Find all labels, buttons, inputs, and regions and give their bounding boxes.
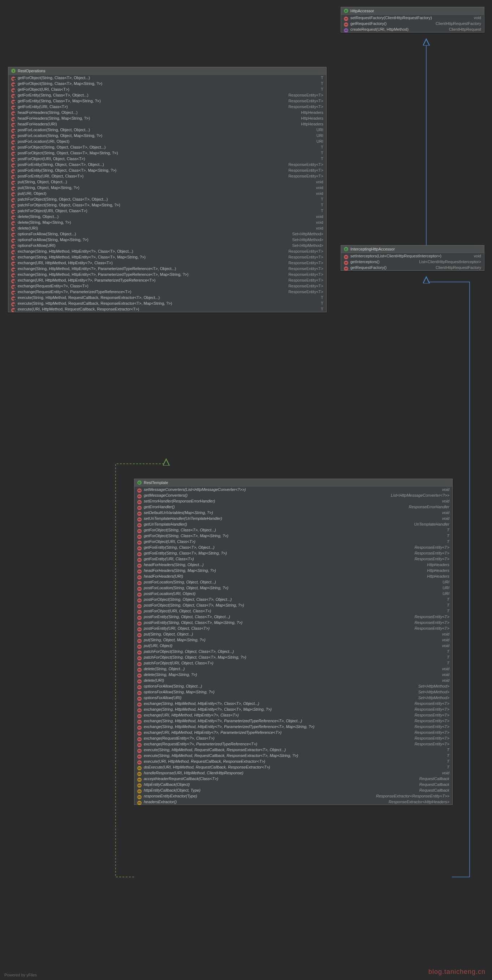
method-row[interactable]: mheadForHeaders(URI)HttpHeaders: [134, 573, 452, 579]
method-row[interactable]: mapatchForObject(String, Object, Class<T…: [8, 196, 326, 202]
method-row[interactable]: mdoExecute(URI, HttpMethod, RequestCallb…: [134, 764, 452, 770]
method-row[interactable]: madelete(String, Map<String, ?>)void: [8, 220, 326, 225]
method-row[interactable]: mheadForHeaders(String, Map<String, ?>)H…: [134, 568, 452, 573]
method-row[interactable]: mapostForObject(String, Object, Class<T>…: [8, 144, 326, 150]
method-row[interactable]: maexchange(RequestEntity<?>, Class<T>)Re…: [8, 283, 326, 289]
class-rest-template[interactable]: CRestTemplatemsetMessageConverters(List<…: [134, 479, 452, 805]
method-row[interactable]: mpostForObject(String, Object, Class<T>,…: [134, 597, 452, 602]
method-row[interactable]: mgetForObject(String, Class<T>, Object..…: [134, 527, 452, 533]
method-row[interactable]: msetErrorHandler(ResponseErrorHandler)vo…: [134, 498, 452, 504]
method-row[interactable]: maexchange(URI, HttpMethod, HttpEntity<?…: [8, 260, 326, 266]
method-row[interactable]: mapostForEntity(URI, Object, Class<T>)Re…: [8, 173, 326, 179]
method-row[interactable]: mhttpEntityCallback(Object)RequestCallba…: [134, 781, 452, 788]
method-row[interactable]: msetUriTemplateHandler(UriTemplateHandle…: [134, 515, 452, 521]
method-row[interactable]: mgetRequestFactory()ClientHttpRequestFac…: [341, 265, 484, 270]
method-row[interactable]: mapostForLocation(String, Object, Object…: [8, 127, 326, 133]
method-row[interactable]: maoptionsForAllow(String, Object...)Set<…: [8, 231, 326, 237]
method-row[interactable]: mexchange(URI, HttpMethod, HttpEntity<?>…: [134, 712, 452, 718]
method-row[interactable]: maheadForHeaders(String, Object...)HttpH…: [8, 110, 326, 115]
method-row[interactable]: mexecute(String, HttpMethod, RequestCall…: [134, 752, 452, 759]
method-row[interactable]: mgetUriTemplateHandler()UriTemplateHandl…: [134, 521, 452, 527]
method-row[interactable]: mexchange(RequestEntity<?>, Class<T>)Res…: [134, 735, 452, 741]
method-row[interactable]: mgetForEntity(URI, Class<T>)ResponseEnti…: [134, 556, 452, 562]
interface-rest-operations[interactable]: IRestOperationsmagetForObject(String, Cl…: [8, 67, 327, 312]
method-row[interactable]: mexchange(String, HttpMethod, HttpEntity…: [134, 706, 452, 712]
method-row[interactable]: magetForEntity(String, Class<T>, Object.…: [8, 92, 326, 98]
method-row[interactable]: mgetForObject(String, Class<T>, Map<Stri…: [134, 533, 452, 539]
method-row[interactable]: macceptHeaderRequestCallback(Class<T>)Re…: [134, 776, 452, 781]
method-row[interactable]: mgetInterceptors()List<ClientHttpRequest…: [341, 259, 484, 265]
method-row[interactable]: mexchange(RequestEntity<?>, Parameterize…: [134, 741, 452, 747]
method-row[interactable]: mpostForObject(String, Object, Class<T>,…: [134, 602, 452, 608]
method-row[interactable]: mapatchForObject(URI, Object, Class<T>)T: [8, 208, 326, 214]
method-row[interactable]: moptionsForAllow(String, Object...)Set<H…: [134, 683, 452, 689]
method-row[interactable]: mexecute(URI, HttpMethod, RequestCallbac…: [134, 759, 452, 764]
class-http-accessor[interactable]: CHttpAccessormsetRequestFactory(ClientHt…: [341, 7, 484, 33]
method-row[interactable]: mpatchForObject(String, Object, Class<T>…: [134, 649, 452, 654]
method-row[interactable]: mpatchForObject(URI, Object, Class<T>)T: [134, 660, 452, 666]
method-row[interactable]: maexchange(String, HttpMethod, HttpEntit…: [8, 272, 326, 277]
method-row[interactable]: mexecute(String, HttpMethod, RequestCall…: [134, 747, 452, 752]
method-row[interactable]: mgetForEntity(String, Class<T>, Map<Stri…: [134, 550, 452, 556]
method-row[interactable]: mgetForEntity(String, Class<T>, Object..…: [134, 544, 452, 550]
method-row[interactable]: maexecute(String, HttpMethod, RequestCal…: [8, 301, 326, 306]
method-row[interactable]: mexchange(String, HttpMethod, HttpEntity…: [134, 724, 452, 730]
method-row[interactable]: mcreateRequest(URI, HttpMethod)ClientHtt…: [341, 26, 484, 32]
method-row[interactable]: maexecute(String, HttpMethod, RequestCal…: [8, 294, 326, 301]
method-row[interactable]: mhandleResponse(URI, HttpMethod, ClientH…: [134, 770, 452, 776]
method-row[interactable]: mpostForLocation(URI, Object)URI: [134, 591, 452, 597]
method-row[interactable]: mheadersExtractor()ResponseExtractor<Htt…: [134, 799, 452, 805]
method-row[interactable]: mapostForEntity(String, Object, Class<T>…: [8, 162, 326, 167]
method-row[interactable]: mput(URI, Object)void: [134, 643, 452, 649]
method-row[interactable]: mpostForObject(URI, Object, Class<T>)T: [134, 608, 452, 614]
method-row[interactable]: mgetMessageConverters()List<HttpMessageC…: [134, 492, 452, 498]
method-row[interactable]: magetForEntity(String, Class<T>, Map<Str…: [8, 98, 326, 104]
method-row[interactable]: mapostForLocation(String, Object, Map<St…: [8, 133, 326, 138]
method-row[interactable]: mapostForObject(URI, Object, Class<T>)T: [8, 156, 326, 162]
method-row[interactable]: maput(URI, Object)void: [8, 191, 326, 196]
method-row[interactable]: msetRequestFactory(ClientHttpRequestFact…: [341, 15, 484, 21]
method-row[interactable]: moptionsForAllow(String, Map<String, ?>)…: [134, 689, 452, 695]
method-row[interactable]: mapatchForObject(String, Object, Class<T…: [8, 202, 326, 208]
method-row[interactable]: maexchange(String, HttpMethod, HttpEntit…: [8, 266, 326, 272]
method-row[interactable]: mhttpEntityCallback(Object, Type)Request…: [134, 788, 452, 793]
method-row[interactable]: mpostForLocation(String, Object, Object.…: [134, 579, 452, 585]
method-row[interactable]: mexchange(String, HttpMethod, HttpEntity…: [134, 718, 452, 724]
method-row[interactable]: mexchange(String, HttpMethod, HttpEntity…: [134, 700, 452, 706]
method-row[interactable]: maexchange(String, HttpMethod, HttpEntit…: [8, 248, 326, 254]
method-row[interactable]: maoptionsForAllow(URI)Set<HttpMethod>: [8, 243, 326, 248]
method-row[interactable]: mapostForEntity(String, Object, Class<T>…: [8, 167, 326, 173]
method-row[interactable]: mexchange(URI, HttpMethod, HttpEntity<?>…: [134, 730, 452, 735]
method-row[interactable]: maheadForHeaders(String, Map<String, ?>)…: [8, 115, 326, 121]
method-row[interactable]: msetMessageConverters(List<HttpMessageCo…: [134, 487, 452, 492]
method-row[interactable]: maexecute(URI, HttpMethod, RequestCallba…: [8, 306, 326, 312]
method-row[interactable]: moptionsForAllow(URI)Set<HttpMethod>: [134, 695, 452, 700]
method-row[interactable]: mheadForHeaders(String, Object...)HttpHe…: [134, 562, 452, 568]
method-row[interactable]: mpatchForObject(String, Object, Class<T>…: [134, 654, 452, 660]
method-row[interactable]: mdelete(URI)void: [134, 678, 452, 683]
method-row[interactable]: magetForObject(URI, Class<T>)T: [8, 86, 326, 92]
method-row[interactable]: msetInterceptors(List<ClientHttpRequestI…: [341, 253, 484, 259]
method-row[interactable]: mpostForEntity(URI, Object, Class<T>)Res…: [134, 625, 452, 631]
method-row[interactable]: maexchange(String, HttpMethod, HttpEntit…: [8, 254, 326, 260]
method-row[interactable]: maexchange(RequestEntity<?>, Parameteriz…: [8, 289, 326, 294]
method-row[interactable]: mpostForEntity(String, Object, Class<T>,…: [134, 614, 452, 620]
method-row[interactable]: mgetRequestFactory()ClientHttpRequestFac…: [341, 21, 484, 26]
method-row[interactable]: madelete(URI)void: [8, 225, 326, 231]
method-row[interactable]: msetDefaultUriVariables(Map<String, ?>)v…: [134, 510, 452, 515]
method-row[interactable]: madelete(String, Object...)void: [8, 214, 326, 220]
method-row[interactable]: maoptionsForAllow(String, Map<String, ?>…: [8, 237, 326, 243]
method-row[interactable]: mput(String, Object, Map<String, ?>)void: [134, 637, 452, 643]
method-row[interactable]: mpostForLocation(String, Object, Map<Str…: [134, 585, 452, 591]
method-row[interactable]: maheadForHeaders(URI)HttpHeaders: [8, 121, 326, 127]
class-intercepting-http-accessor[interactable]: CInterceptingHttpAccessormsetInterceptor…: [341, 245, 484, 271]
method-row[interactable]: mdelete(String, Map<String, ?>)void: [134, 671, 452, 678]
method-row[interactable]: mapostForObject(String, Object, Class<T>…: [8, 150, 326, 156]
method-row[interactable]: mdelete(String, Object...)void: [134, 666, 452, 671]
method-row[interactable]: mapostForLocation(URI, Object)URI: [8, 138, 326, 144]
method-row[interactable]: magetForObject(String, Class<T>, Map<Str…: [8, 81, 326, 86]
method-row[interactable]: magetForEntity(URI, Class<T>)ResponseEnt…: [8, 104, 326, 110]
method-row[interactable]: mgetForObject(URI, Class<T>)T: [134, 539, 452, 544]
method-row[interactable]: mresponseEntityExtractor(Type)ResponseEx…: [134, 793, 452, 799]
method-row[interactable]: maput(String, Object, Map<String, ?>)voi…: [8, 185, 326, 191]
